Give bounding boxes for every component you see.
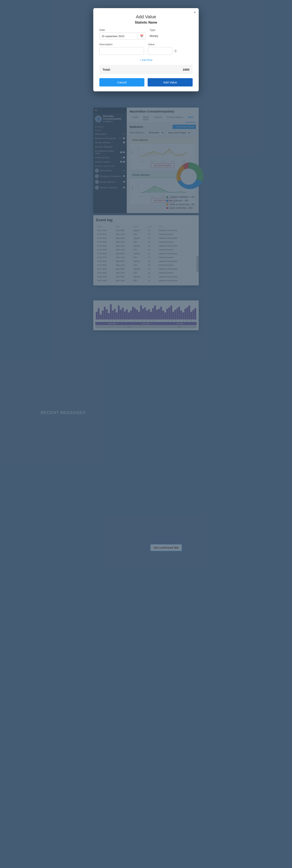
- calendar-icon[interactable]: 📅: [138, 33, 145, 39]
- type-value: Money: [150, 33, 193, 39]
- type-field: Type Money: [150, 28, 193, 39]
- delete-row-icon[interactable]: 🗑: [174, 49, 177, 53]
- add-row-link[interactable]: + Add Row: [99, 58, 193, 62]
- cancel-button[interactable]: Cancel: [99, 78, 144, 87]
- add-value-button[interactable]: Add Value: [148, 78, 193, 87]
- total-label: Total:: [103, 68, 111, 71]
- date-input[interactable]: [100, 33, 138, 39]
- date-type-row: Date 📅 Type Money: [99, 28, 193, 39]
- modal-subtitle: Statistic Name: [99, 21, 193, 24]
- add-value-modal: × Add Value Statistic Name Date 📅 Type M…: [93, 8, 199, 91]
- total-row: Total: 1000: [99, 65, 193, 74]
- value-label: Value: [148, 43, 193, 46]
- description-input[interactable]: [99, 47, 144, 55]
- value-input[interactable]: [148, 47, 172, 55]
- value-field: Value 🗑: [148, 43, 193, 55]
- add-row-anchor[interactable]: + Add Row: [140, 59, 152, 62]
- modal-actions: Cancel Add Value: [99, 78, 193, 87]
- close-button[interactable]: ×: [194, 10, 196, 14]
- description-field: Description: [99, 43, 144, 55]
- date-input-wrap: 📅: [99, 33, 146, 39]
- total-value: 1000: [183, 68, 189, 71]
- type-label: Type: [150, 28, 193, 31]
- modal-title: Add Value: [99, 14, 193, 20]
- value-input-wrap: 🗑: [148, 47, 193, 55]
- modal-overlay: [0, 0, 292, 868]
- date-label: Date: [99, 28, 146, 31]
- date-field: Date 📅: [99, 28, 146, 39]
- description-label: Description: [99, 43, 144, 46]
- desc-value-row: Description Value 🗑: [99, 43, 193, 55]
